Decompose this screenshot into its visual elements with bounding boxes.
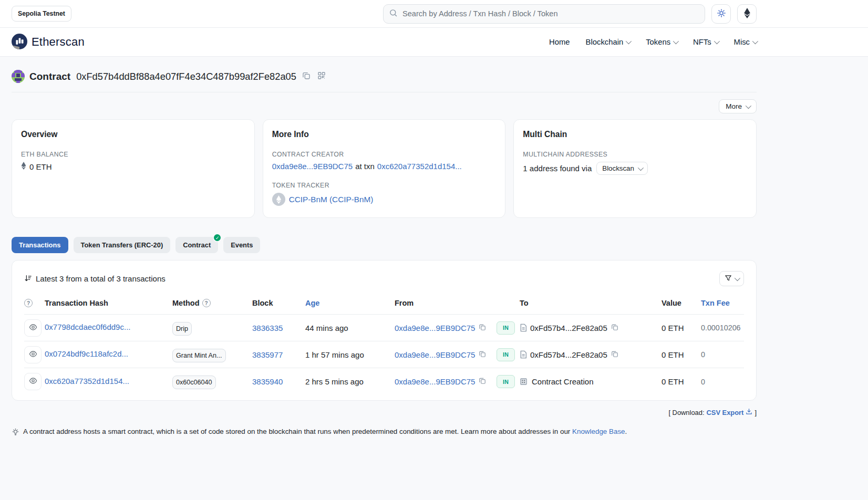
to-address-link[interactable]: 0xFd57b4...2Fe82a05 [530, 350, 607, 359]
nav-blockchain[interactable]: Blockchain [586, 38, 631, 46]
etherscan-icon [12, 34, 27, 51]
col-transaction-hash: Transaction Hash [45, 299, 172, 307]
direction-badge: IN [497, 348, 515, 361]
from-address-link[interactable]: 0xda9e8e...9EB9DC75 [395, 324, 475, 332]
contract-note-text: A contract address hosts a smart contrac… [23, 428, 570, 435]
contract-file-icon [520, 324, 527, 332]
col-to: To [520, 299, 662, 307]
col-txn-fee[interactable]: Txn Fee [701, 299, 744, 307]
to-address-link[interactable]: 0xFd57b4...2Fe82a05 [530, 324, 607, 332]
from-address-link[interactable]: 0xda9e8e...9EB9DC75 [395, 377, 475, 386]
tab-events[interactable]: Events [223, 237, 260, 253]
block-link[interactable]: 3835940 [252, 377, 283, 386]
copy-from-button[interactable] [478, 323, 487, 333]
overview-card: Overview ETH BALANCE 0 ETH [12, 119, 255, 218]
from-address-link[interactable]: 0xda9e8e...9EB9DC75 [395, 350, 475, 359]
search-icon [389, 8, 398, 19]
nav-home[interactable]: Home [549, 38, 570, 46]
col-value: Value [662, 299, 701, 307]
multichain-card: Multi Chain MULTICHAIN ADDRESSES 1 addre… [513, 119, 757, 218]
download-icon [746, 408, 752, 416]
ethereum-icon [743, 8, 751, 20]
txn-hash-link[interactable]: 0xc620a77352d1d154... [45, 377, 129, 386]
knowledge-base-link[interactable]: Knowledge Base [572, 428, 625, 435]
direction-badge: IN [497, 321, 515, 335]
network-switch-button[interactable] [737, 4, 757, 24]
chevron-down-icon [735, 275, 740, 280]
token-tracker-link[interactable]: CCIP-BnM (CCIP-BnM) [289, 195, 374, 204]
top-bar: Sepolia Testnet [0, 0, 868, 28]
copy-to-button[interactable] [611, 350, 619, 360]
contract-creation-icon [520, 378, 528, 386]
tab-contract[interactable]: Contract ✓ [175, 237, 218, 253]
table-row: 0x7798dcdaec0f6dd9c... Drip 3836335 44 m… [24, 315, 744, 341]
copy-icon [611, 324, 618, 332]
tab-token-transfers[interactable]: Token Transfers (ERC-20) [74, 237, 171, 253]
table-row: 0xc620a77352d1d154... 0x60c06040 3835940… [24, 368, 744, 395]
nav-nfts[interactable]: NFTs [693, 38, 718, 46]
filter-button[interactable] [719, 271, 744, 286]
network-badge[interactable]: Sepolia Testnet [12, 6, 71, 22]
value-cell: 0 ETH [662, 377, 701, 386]
chevron-down-icon [746, 102, 751, 108]
txn-hash-link[interactable]: 0x7798dcdaec0f6dd9c... [45, 322, 130, 331]
fee-cell: 0 [701, 378, 744, 386]
tx-preview-button[interactable] [24, 373, 42, 390]
copy-icon [479, 377, 486, 386]
value-cell: 0 ETH [662, 350, 701, 359]
tab-transactions[interactable]: Transactions [12, 237, 68, 253]
contract-address: 0xFd57b4ddBf88a4e07fF4e34C487b99af2Fe82a… [76, 71, 296, 82]
eth-diamond-icon [21, 162, 26, 171]
multichain-title: Multi Chain [523, 130, 747, 139]
help-icon[interactable]: ? [24, 299, 33, 307]
contract-creator-label: CONTRACT CREATOR [272, 151, 497, 158]
copy-from-button[interactable] [478, 377, 487, 387]
funnel-icon [725, 274, 732, 283]
search-bar [383, 4, 705, 24]
chevron-down-icon [626, 38, 632, 44]
tx-preview-button[interactable] [24, 319, 42, 337]
col-age[interactable]: Age [305, 299, 395, 307]
method-badge: Drip [172, 322, 192, 336]
copy-from-button[interactable] [478, 350, 487, 360]
main-nav: Home Blockchain Tokens NFTs Misc [549, 38, 757, 46]
blockscan-dropdown[interactable]: Blockscan [596, 162, 648, 175]
block-link[interactable]: 3836335 [252, 324, 283, 332]
copy-icon [302, 71, 311, 81]
verified-check-icon: ✓ [213, 233, 222, 242]
method-badge: 0x60c06040 [172, 376, 216, 389]
copy-to-button[interactable] [611, 323, 619, 333]
creator-txn-link[interactable]: 0xc620a77352d1d154... [377, 162, 462, 171]
copy-address-button[interactable] [301, 70, 312, 82]
transactions-panel: Latest 3 from a total of 3 transactions … [12, 260, 757, 401]
etherscan-logo[interactable]: Etherscan [12, 34, 85, 51]
multichain-addresses-label: MULTICHAIN ADDRESSES [523, 151, 747, 158]
eye-icon [29, 377, 37, 387]
multichain-found-text: 1 address found via [523, 164, 592, 173]
creator-address-link[interactable]: 0xda9e8e...9EB9DC75 [272, 162, 353, 171]
search-input[interactable] [383, 4, 705, 24]
more-info-card: More Info CONTRACT CREATOR 0xda9e8e...9E… [263, 119, 506, 218]
help-icon[interactable]: ? [202, 299, 211, 307]
more-button[interactable]: More [719, 99, 757, 113]
table-row: 0x0724bdf9c118afc2d... Grant Mint An... … [24, 341, 744, 368]
nav-misc[interactable]: Misc [734, 38, 757, 46]
chevron-down-icon [638, 164, 644, 170]
eye-icon [29, 350, 37, 360]
qr-code-button[interactable] [316, 70, 327, 82]
nav-tokens[interactable]: Tokens [646, 38, 677, 46]
chevron-down-icon [714, 38, 719, 44]
eth-balance-value: 0 ETH [29, 162, 52, 171]
contract-creation-label: Contract Creation [532, 377, 594, 386]
eye-icon [29, 323, 37, 333]
theme-toggle-button[interactable] [711, 4, 731, 24]
block-link[interactable]: 3835977 [252, 350, 283, 359]
token-icon [272, 193, 285, 206]
txn-hash-link[interactable]: 0x0724bdf9c118afc2d... [45, 349, 128, 358]
csv-export-link[interactable]: CSV Export [706, 408, 752, 416]
age-cell: 1 hr 57 mins ago [305, 350, 395, 359]
age-cell: 2 hrs 5 mins ago [305, 377, 395, 386]
col-block: Block [252, 299, 305, 307]
tx-preview-button[interactable] [24, 346, 42, 363]
sort-icon [24, 274, 32, 284]
